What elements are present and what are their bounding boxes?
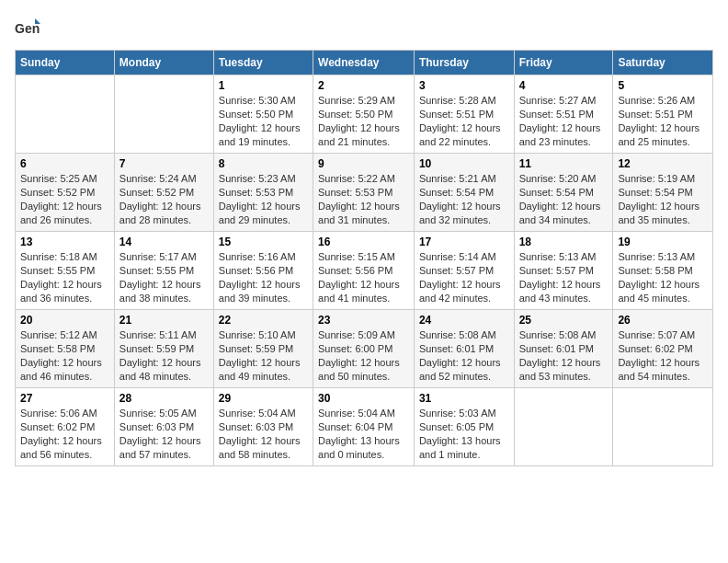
day-info: Sunrise: 5:27 AM Sunset: 5:51 PM Dayligh…: [519, 94, 609, 148]
calendar-body: 1Sunrise: 5:30 AM Sunset: 5:50 PM Daylig…: [16, 75, 713, 466]
day-info: Sunrise: 5:11 AM Sunset: 5:59 PM Dayligh…: [119, 328, 209, 383]
day-number: 19: [618, 236, 708, 248]
day-info: Sunrise: 5:06 AM Sunset: 6:02 PM Dayligh…: [20, 407, 109, 461]
day-info: Sunrise: 5:29 AM Sunset: 5:50 PM Dayligh…: [318, 94, 409, 148]
day-number: 2: [318, 79, 409, 92]
day-number: 27: [20, 392, 109, 405]
day-info: Sunrise: 5:21 AM Sunset: 5:54 PM Dayligh…: [419, 172, 509, 226]
day-info: Sunrise: 5:04 AM Sunset: 6:04 PM Dayligh…: [318, 407, 409, 461]
day-info: Sunrise: 5:08 AM Sunset: 6:01 PM Dayligh…: [419, 328, 509, 383]
day-cell: 9Sunrise: 5:22 AM Sunset: 5:53 PM Daylig…: [313, 154, 415, 232]
day-number: 7: [119, 157, 209, 170]
day-cell: 10Sunrise: 5:21 AM Sunset: 5:54 PM Dayli…: [414, 154, 514, 232]
week-row-1: 1Sunrise: 5:30 AM Sunset: 5:50 PM Daylig…: [16, 75, 713, 154]
day-cell: 25Sunrise: 5:08 AM Sunset: 6:01 PM Dayli…: [514, 310, 613, 388]
day-info: Sunrise: 5:30 AM Sunset: 5:50 PM Dayligh…: [219, 94, 308, 148]
day-cell: 31Sunrise: 5:03 AM Sunset: 6:05 PM Dayli…: [414, 388, 514, 466]
day-number: 23: [318, 314, 409, 327]
calendar-header: SundayMondayTuesdayWednesdayThursdayFrid…: [16, 51, 713, 75]
header-wednesday: Wednesday: [313, 51, 415, 75]
day-number: 13: [20, 236, 109, 248]
day-cell: 20Sunrise: 5:12 AM Sunset: 5:58 PM Dayli…: [16, 310, 115, 388]
day-cell: 21Sunrise: 5:11 AM Sunset: 5:59 PM Dayli…: [114, 310, 213, 388]
day-number: 3: [419, 79, 509, 92]
day-number: 4: [519, 79, 609, 92]
day-number: 24: [419, 314, 509, 327]
day-number: 21: [119, 314, 209, 327]
day-info: Sunrise: 5:08 AM Sunset: 6:01 PM Dayligh…: [519, 328, 609, 383]
day-info: Sunrise: 5:17 AM Sunset: 5:55 PM Dayligh…: [119, 250, 209, 304]
day-info: Sunrise: 5:16 AM Sunset: 5:56 PM Dayligh…: [219, 250, 308, 304]
day-info: Sunrise: 5:13 AM Sunset: 5:58 PM Dayligh…: [618, 250, 708, 304]
day-cell: 22Sunrise: 5:10 AM Sunset: 5:59 PM Dayli…: [213, 310, 313, 388]
day-cell: 8Sunrise: 5:23 AM Sunset: 5:53 PM Daylig…: [213, 154, 313, 232]
header-friday: Friday: [514, 51, 613, 75]
day-number: 11: [519, 157, 609, 170]
header-saturday: Saturday: [613, 51, 713, 75]
logo: General: [15, 15, 42, 40]
day-cell: 4Sunrise: 5:27 AM Sunset: 5:51 PM Daylig…: [514, 75, 613, 154]
day-number: 6: [20, 157, 109, 170]
header-tuesday: Tuesday: [213, 51, 313, 75]
header-monday: Monday: [114, 51, 213, 75]
header-sunday: Sunday: [16, 51, 115, 75]
day-number: 5: [618, 79, 708, 92]
week-row-3: 13Sunrise: 5:18 AM Sunset: 5:55 PM Dayli…: [16, 232, 713, 310]
day-cell: 3Sunrise: 5:28 AM Sunset: 5:51 PM Daylig…: [414, 75, 514, 154]
header-row: SundayMondayTuesdayWednesdayThursdayFrid…: [16, 51, 713, 75]
day-info: Sunrise: 5:03 AM Sunset: 6:05 PM Dayligh…: [419, 407, 509, 461]
day-cell: 11Sunrise: 5:20 AM Sunset: 5:54 PM Dayli…: [514, 154, 613, 232]
day-cell: 13Sunrise: 5:18 AM Sunset: 5:55 PM Dayli…: [16, 232, 115, 310]
day-info: Sunrise: 5:19 AM Sunset: 5:54 PM Dayligh…: [618, 172, 708, 226]
day-cell: 17Sunrise: 5:14 AM Sunset: 5:57 PM Dayli…: [414, 232, 514, 310]
week-row-2: 6Sunrise: 5:25 AM Sunset: 5:52 PM Daylig…: [16, 154, 713, 232]
week-row-4: 20Sunrise: 5:12 AM Sunset: 5:58 PM Dayli…: [16, 310, 713, 388]
day-cell: 16Sunrise: 5:15 AM Sunset: 5:56 PM Dayli…: [313, 232, 415, 310]
day-number: 30: [318, 392, 409, 405]
day-cell: 26Sunrise: 5:07 AM Sunset: 6:02 PM Dayli…: [613, 310, 713, 388]
calendar-table: SundayMondayTuesdayWednesdayThursdayFrid…: [15, 50, 713, 466]
day-info: Sunrise: 5:22 AM Sunset: 5:53 PM Dayligh…: [318, 172, 409, 226]
day-cell: 12Sunrise: 5:19 AM Sunset: 5:54 PM Dayli…: [613, 154, 713, 232]
day-number: 9: [318, 157, 409, 170]
day-number: 16: [318, 236, 409, 248]
day-info: Sunrise: 5:09 AM Sunset: 6:00 PM Dayligh…: [318, 328, 409, 383]
day-info: Sunrise: 5:13 AM Sunset: 5:57 PM Dayligh…: [519, 250, 609, 304]
day-cell: 1Sunrise: 5:30 AM Sunset: 5:50 PM Daylig…: [213, 75, 313, 154]
day-number: 25: [519, 314, 609, 327]
day-number: 29: [219, 392, 308, 405]
day-cell: 15Sunrise: 5:16 AM Sunset: 5:56 PM Dayli…: [213, 232, 313, 310]
day-number: 15: [219, 236, 308, 248]
day-info: Sunrise: 5:05 AM Sunset: 6:03 PM Dayligh…: [119, 407, 209, 461]
page-header: General: [15, 15, 713, 40]
day-cell: 6Sunrise: 5:25 AM Sunset: 5:52 PM Daylig…: [16, 154, 115, 232]
header-thursday: Thursday: [414, 51, 514, 75]
day-cell: 2Sunrise: 5:29 AM Sunset: 5:50 PM Daylig…: [313, 75, 415, 154]
day-info: Sunrise: 5:14 AM Sunset: 5:57 PM Dayligh…: [419, 250, 509, 304]
day-info: Sunrise: 5:20 AM Sunset: 5:54 PM Dayligh…: [519, 172, 609, 226]
day-cell: 7Sunrise: 5:24 AM Sunset: 5:52 PM Daylig…: [114, 154, 213, 232]
day-number: 1: [219, 79, 308, 92]
day-info: Sunrise: 5:24 AM Sunset: 5:52 PM Dayligh…: [119, 172, 209, 226]
day-number: 10: [419, 157, 509, 170]
day-cell: 23Sunrise: 5:09 AM Sunset: 6:00 PM Dayli…: [313, 310, 415, 388]
day-number: 28: [119, 392, 209, 405]
day-cell: 18Sunrise: 5:13 AM Sunset: 5:57 PM Dayli…: [514, 232, 613, 310]
day-cell: 5Sunrise: 5:26 AM Sunset: 5:51 PM Daylig…: [613, 75, 713, 154]
day-info: Sunrise: 5:07 AM Sunset: 6:02 PM Dayligh…: [618, 328, 708, 383]
day-cell: 28Sunrise: 5:05 AM Sunset: 6:03 PM Dayli…: [114, 388, 213, 466]
day-cell: [114, 75, 213, 154]
day-info: Sunrise: 5:23 AM Sunset: 5:53 PM Dayligh…: [219, 172, 308, 226]
day-info: Sunrise: 5:15 AM Sunset: 5:56 PM Dayligh…: [318, 250, 409, 304]
day-cell: 29Sunrise: 5:04 AM Sunset: 6:03 PM Dayli…: [213, 388, 313, 466]
day-number: 8: [219, 157, 308, 170]
day-cell: 19Sunrise: 5:13 AM Sunset: 5:58 PM Dayli…: [613, 232, 713, 310]
day-number: 26: [618, 314, 708, 327]
day-cell: [613, 388, 713, 466]
day-number: 31: [419, 392, 509, 405]
day-info: Sunrise: 5:28 AM Sunset: 5:51 PM Dayligh…: [419, 94, 509, 148]
day-info: Sunrise: 5:26 AM Sunset: 5:51 PM Dayligh…: [618, 94, 708, 148]
day-cell: [16, 75, 115, 154]
day-info: Sunrise: 5:12 AM Sunset: 5:58 PM Dayligh…: [20, 328, 109, 383]
day-info: Sunrise: 5:18 AM Sunset: 5:55 PM Dayligh…: [20, 250, 109, 304]
